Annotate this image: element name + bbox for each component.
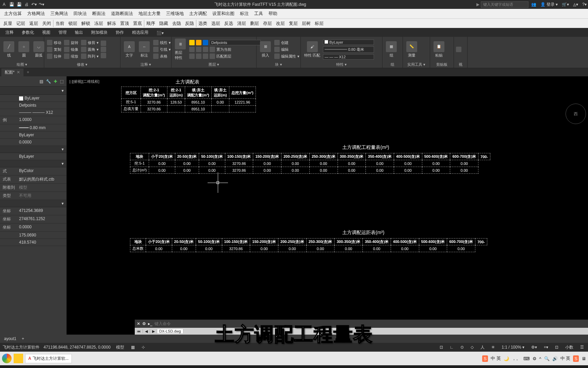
app-icon[interactable]: A [1, 2, 7, 7]
toolbar-button[interactable]: 返层 [27, 20, 40, 27]
menu-icon[interactable]: ☰ [579, 345, 585, 350]
nav-prev[interactable]: ◀ [143, 329, 150, 334]
menu-item[interactable]: 道路断面法 [108, 9, 136, 18]
menu-item[interactable]: 设置和出图 [210, 9, 237, 18]
table-button[interactable]: 表格 [152, 53, 172, 59]
sogou-tray-icon[interactable]: S [573, 355, 579, 362]
toolbar-button[interactable]: 反显 [1, 20, 14, 27]
layer-props-button[interactable]: ≣图层 特性 [174, 38, 187, 61]
view-cube[interactable]: 西 [566, 104, 586, 124]
toolbar-button[interactable]: 去隐 [170, 20, 183, 27]
apps-icon[interactable]: ◬▾ [573, 2, 578, 7]
add-layout-button[interactable]: + [19, 335, 27, 342]
ribbon-tab[interactable]: 视图 [38, 28, 54, 37]
view-icon[interactable] [456, 47, 461, 52]
volume-icon[interactable]: 🔊 [552, 356, 558, 361]
stretch-button[interactable]: 拉伸 [46, 53, 62, 59]
toolbar-button[interactable]: 关闭 [40, 20, 53, 27]
search-tray-icon[interactable]: 🔍 [544, 356, 550, 361]
toolbar-button[interactable]: 置顶 [118, 20, 131, 27]
mirror-button[interactable]: 镜像 [63, 46, 79, 52]
move-button[interactable]: 移动 [46, 40, 62, 46]
close-tab-icon[interactable]: ✕ [17, 70, 20, 75]
iso-icon[interactable]: ◇ [469, 345, 475, 350]
copy-button[interactable]: 复制 [46, 46, 62, 52]
erase-icon[interactable] [101, 41, 106, 46]
toolbar-button[interactable]: 反选 [222, 20, 235, 27]
explode-icon[interactable] [101, 47, 106, 52]
color-combo[interactable]: ByLayer [323, 40, 374, 45]
polar-icon[interactable]: ⊙ [459, 345, 465, 350]
toolbar-button[interactable]: 标层 [313, 20, 326, 27]
lineweight-combo[interactable]: ━━━━━━ 0.80 毫米 [323, 46, 374, 53]
grid-icon[interactable]: ▦ [130, 345, 136, 350]
help-icon[interactable]: ?▾ [582, 2, 587, 7]
drawing-canvas[interactable]: [-][俯视][二维线框] 土方调配表 挖方区挖:2-1调配方量(m³)挖:2-… [67, 76, 588, 335]
chrome-icon[interactable] [2, 354, 12, 363]
toolbar-button[interactable]: 置底 [131, 20, 144, 27]
file-tab-active[interactable]: 配图*✕ [1, 68, 23, 76]
help-search[interactable]: 键入关键字或短语 [481, 1, 528, 8]
ribbon-tab[interactable]: 管理 [54, 28, 71, 37]
moon-icon[interactable]: 🌙 [504, 356, 509, 361]
text-button[interactable]: A文字 [122, 41, 136, 59]
measure-button[interactable]: 📏测量 [405, 41, 419, 59]
menu-item[interactable]: 田块法 [71, 9, 89, 18]
array-button[interactable]: 阵列 ▾ [80, 53, 99, 59]
model-button[interactable]: 模型 [115, 344, 126, 350]
taskbar-app[interactable]: A飞时达土方计算软... [25, 354, 72, 363]
menu-item[interactable]: 帮助 [266, 9, 280, 18]
scale-button[interactable]: 缩放 [63, 53, 79, 59]
bulb-icon[interactable] [189, 40, 195, 45]
offset-icon[interactable] [101, 53, 106, 58]
menu-item[interactable]: 地层土方量 [136, 9, 163, 18]
monitor-icon[interactable]: 🖥 [582, 356, 586, 361]
chevron-up-icon[interactable]: ^ [539, 356, 541, 361]
menu-item[interactable]: 土方估算 [1, 9, 24, 18]
arc-button[interactable]: ◡圆弧 [32, 41, 46, 59]
leader-button[interactable]: 引线 ▾ [152, 46, 172, 52]
explorer-icon[interactable] [14, 354, 23, 363]
insert-button[interactable]: ⊞插入 [259, 41, 272, 59]
undo-icon[interactable]: ↶▾ [31, 2, 37, 7]
ribbon-tab[interactable]: 注释 [1, 28, 18, 37]
login-button[interactable]: 👤 登录 ▾ [540, 2, 558, 7]
anno-icon[interactable]: 人 [479, 344, 486, 350]
match-layer-button[interactable]: 匹配图层 [189, 53, 261, 59]
toolbar-button[interactable]: 选层 [209, 20, 222, 27]
dim-button[interactable]: ↔标注 [137, 41, 151, 59]
menu-item[interactable]: 方格网法 [24, 9, 48, 18]
cart-icon[interactable]: 🛒▾ [562, 2, 569, 7]
search-play-icon[interactable]: ▶ [476, 2, 479, 7]
ribbon-tab[interactable]: 协作 [112, 28, 128, 37]
fillet-button[interactable]: 圆角 ▾ [80, 46, 99, 52]
menu-item[interactable]: 三维场地 [163, 9, 186, 18]
share-icon[interactable]: 👥 [531, 2, 536, 7]
box-icon[interactable]: ⊡ [554, 345, 560, 350]
plus-icon[interactable]: +▾ [542, 345, 550, 350]
toolbar-button[interactable]: 冻层 [92, 20, 105, 27]
ribbon-tab[interactable]: 精选应用 [128, 28, 152, 37]
menu-item[interactable]: 断面法 [89, 9, 108, 18]
menu-item[interactable]: 工具 [251, 9, 266, 18]
select-icon[interactable]: ▤ [39, 79, 43, 84]
circle-button[interactable]: ○圆 [17, 41, 31, 59]
scale-icon[interactable]: ✳ [490, 345, 496, 350]
pick-icon[interactable]: ⬚ [60, 79, 64, 84]
menu-item[interactable]: 三角网法 [48, 9, 71, 18]
comma-icon[interactable]: ，。 [512, 355, 521, 362]
cmd-history-icon[interactable]: ⚙ [142, 321, 146, 326]
toolbar-button[interactable]: 清层 [235, 20, 248, 27]
edit-block-button[interactable]: 编辑 [274, 46, 300, 52]
toolbar-button[interactable]: 反隐 [183, 20, 196, 27]
paste-button[interactable]: 📋粘贴 [432, 41, 446, 59]
snap-icon[interactable]: ⊹ [140, 345, 146, 350]
add-icon[interactable]: ✚ [54, 79, 57, 84]
ribbon-tab[interactable]: 参数化 [18, 28, 38, 37]
toolbar-button[interactable]: 删层 [248, 20, 261, 27]
close-cmd-icon[interactable]: ✕ [137, 321, 140, 326]
toolbar-button[interactable]: 改层 [274, 20, 287, 27]
sun-icon[interactable] [196, 40, 201, 45]
nav-first[interactable]: ⏮ [135, 329, 143, 333]
set-current-button[interactable]: 置为当前 [189, 46, 261, 52]
